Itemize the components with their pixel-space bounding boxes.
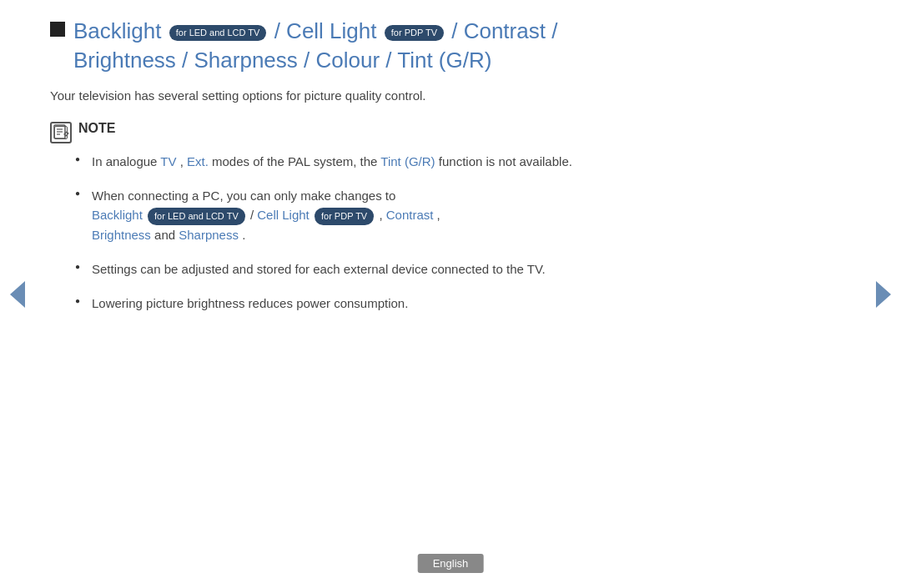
bullet2-period: . bbox=[242, 228, 245, 242]
bullet1-text-before: In analogue bbox=[92, 154, 160, 168]
nav-arrow-left[interactable] bbox=[10, 281, 25, 308]
bullet2-brightness: Brightness bbox=[92, 228, 151, 242]
subtitle-text: Your television has several setting opti… bbox=[50, 87, 768, 106]
bullet4-text: Lowering picture brightness reduces powe… bbox=[92, 296, 408, 310]
bullet2-comma: , bbox=[379, 208, 385, 222]
bullet2-cell-light: Cell Light bbox=[257, 208, 310, 222]
bullet1-tv: TV bbox=[160, 154, 176, 168]
bullet1-tint: Tint (G/R) bbox=[380, 154, 435, 168]
list-item: Settings can be adjusted and stored for … bbox=[75, 259, 768, 279]
bullet1-ext: Ext. bbox=[187, 154, 209, 168]
separator1: / bbox=[274, 18, 286, 43]
header-section: Backlight for LED and LCD TV / Cell Ligh… bbox=[50, 17, 768, 75]
page-title: Backlight for LED and LCD TV / Cell Ligh… bbox=[73, 17, 557, 75]
list-item: In analogue TV , Ext. modes of the PAL s… bbox=[75, 152, 768, 171]
backlight-title: Backlight bbox=[73, 18, 162, 43]
bullet1-text-end: function is not available. bbox=[439, 154, 572, 168]
bullet2-backlight: Backlight bbox=[92, 208, 143, 222]
cell-light-title: Cell Light bbox=[286, 18, 376, 43]
bullet2-sep: / bbox=[250, 208, 257, 222]
note-section: NOTE bbox=[50, 121, 768, 143]
bullet2-comma2: , bbox=[437, 208, 440, 222]
bullet-list: In analogue TV , Ext. modes of the PAL s… bbox=[75, 152, 768, 314]
bullet3-text: Settings can be adjusted and stored for … bbox=[92, 262, 546, 276]
pdp-badge-bullet: for PDP TV bbox=[315, 208, 374, 225]
bullet1-comma: , bbox=[180, 154, 187, 168]
list-item: When connecting a PC, you can only make … bbox=[75, 186, 768, 244]
led-lcd-badge-bullet: for LED and LCD TV bbox=[148, 208, 245, 225]
svg-rect-0 bbox=[54, 125, 65, 138]
bullet1-text-after: modes of the PAL system, the bbox=[212, 154, 380, 168]
note-svg-icon bbox=[53, 124, 69, 141]
bullet2-and: and bbox=[154, 228, 179, 242]
bullet2-text-before: When connecting a PC, you can only make … bbox=[92, 188, 395, 203]
bullet-square bbox=[50, 22, 65, 37]
note-label: NOTE bbox=[78, 121, 115, 136]
list-item: Lowering picture brightness reduces powe… bbox=[75, 294, 768, 313]
footer-language: English bbox=[418, 554, 484, 573]
led-lcd-badge-title: for LED and LCD TV bbox=[169, 25, 267, 41]
title-line2: Brightness / Sharpness / Colour / Tint (… bbox=[73, 48, 491, 73]
bullet2-sharpness: Sharpness bbox=[179, 228, 239, 242]
nav-arrow-right[interactable] bbox=[876, 281, 891, 308]
note-icon bbox=[50, 122, 72, 143]
pdp-badge-title: for PDP TV bbox=[385, 25, 444, 41]
separator2: / Contrast / bbox=[451, 18, 557, 43]
bullet2-contrast: Contrast bbox=[386, 208, 434, 222]
main-content: Backlight for LED and LCD TV / Cell Ligh… bbox=[0, 0, 818, 344]
